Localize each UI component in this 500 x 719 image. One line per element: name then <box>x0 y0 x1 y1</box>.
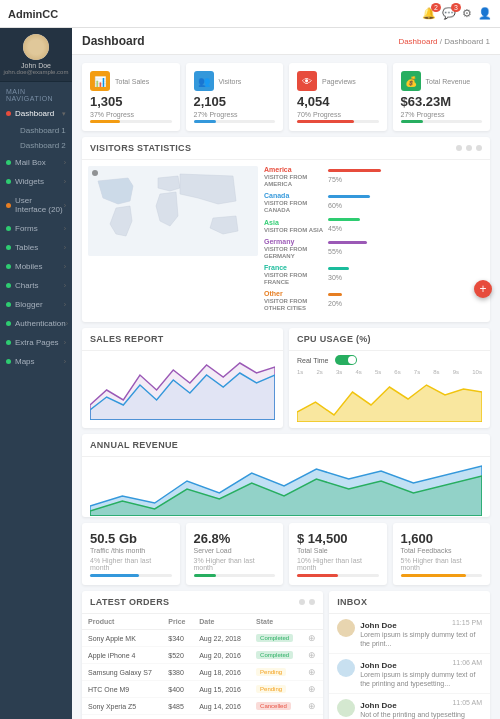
stat-card-pageviews: 👁 Pageviews 4,054 70% Progress <box>289 63 387 131</box>
stat-value-revenue: $63.23M <box>401 94 483 109</box>
user-icon[interactable]: 👤 <box>478 7 492 20</box>
page-title: Dashboard <box>82 34 145 48</box>
col-price: Price <box>162 614 193 630</box>
metric-value-server: 26.8% <box>194 531 276 546</box>
cell-state: Completed <box>250 630 302 647</box>
fab-button[interactable]: + <box>474 280 492 298</box>
stat-card-sales: 📊 Total Sales 1,305 37% Progress <box>82 63 180 131</box>
cell-product: Sony Apple MK <box>82 630 162 647</box>
table-row: Samsung Galaxy S7 $380 Aug 18, 2016 Pend… <box>82 664 323 681</box>
stat-icon-visitors: 👥 <box>194 71 214 91</box>
table-row: Sony Apple MK $340 Aug 22, 2018 Complete… <box>82 630 323 647</box>
sales-cpu-row: SALES REPORT CPU USAGE (%) <box>82 328 490 428</box>
sidebar-item-widgets[interactable]: Widgets › <box>0 172 72 191</box>
cell-icon[interactable]: ⊕ <box>302 698 323 715</box>
visitors-action-dot1[interactable] <box>456 145 462 151</box>
stat-icon-revenue: 💰 <box>401 71 421 91</box>
cpu-content: Real Time 1s2s3s4s5s6s7s8s9s10s <box>289 351 490 428</box>
cell-price: $400 <box>162 681 193 698</box>
cell-state: Pending <box>250 715 302 720</box>
sidebar-item-dashboard1[interactable]: Dashboard 1 <box>14 123 72 138</box>
visitor-row-canada: CanadaVISITOR FROM CANADA 60% <box>264 192 484 213</box>
inbox-time: 11:15 PM <box>452 619 482 626</box>
chat-icon[interactable]: 💬3 <box>442 7 456 20</box>
main-layout: John Doe john.doe@example.com MAIN NAVIG… <box>0 28 500 719</box>
bell-icon[interactable]: 🔔2 <box>422 7 436 20</box>
cell-product: Samsung Galaxy S7 <box>82 664 162 681</box>
visitor-row-other: OtherVISITOR FROM OTHER CITIES 20% <box>264 290 484 311</box>
revenue-section: ANNUAL REVENUE <box>82 434 490 517</box>
sidebar-item-auth[interactable]: Authentication › <box>0 314 72 333</box>
main-content: Dashboard Dashboard / Dashboard 1 📊 Tota… <box>72 28 500 719</box>
sidebar-item-maps[interactable]: Maps › <box>0 352 72 371</box>
world-map <box>88 166 258 256</box>
topbar: AdminCC 🔔2 💬3 ⚙ 👤 <box>0 0 500 28</box>
sidebar-item-dashboard2[interactable]: Dashboard 2 <box>14 138 72 153</box>
col-action <box>302 614 323 630</box>
inbox-time: 11:06 AM <box>452 659 482 666</box>
sidebar-item-mailbox[interactable]: Mail Box › <box>0 153 72 172</box>
cell-date: Aug 14, 2016 <box>193 698 250 715</box>
sidebar-item-forms[interactable]: Forms › <box>0 219 72 238</box>
cell-price: $340 <box>162 630 193 647</box>
cell-icon[interactable]: ⊕ <box>302 715 323 720</box>
visitor-row-asia: AsiaVISITOR FROM ASIA 45% <box>264 218 484 233</box>
cell-price: $520 <box>162 647 193 664</box>
visitors-action-dot2[interactable] <box>466 145 472 151</box>
table-row: HTC One M9 $400 Aug 15, 2016 Pending ⊕ <box>82 681 323 698</box>
sidebar-item-dashboard[interactable]: Dashboard ▾ <box>0 104 72 123</box>
metric-value-traffic: 50.5 Gb <box>90 531 172 546</box>
cell-state: Completed <box>250 647 302 664</box>
metric-feedback: 1,600 Total Feedbacks 5% Higher than las… <box>393 523 491 585</box>
metric-server: 26.8% Server Load 3% Higher than last mo… <box>186 523 284 585</box>
sidebar-item-mobiles[interactable]: Mobiles › <box>0 257 72 276</box>
cpu-labels: 1s2s3s4s5s6s7s8s9s10s <box>297 369 482 375</box>
stat-value-pageviews: 4,054 <box>297 94 379 109</box>
col-product: Product <box>82 614 162 630</box>
cell-product: Sony Xperia Z5 <box>82 698 162 715</box>
orders-title: LATEST ORDERS <box>90 597 169 607</box>
sidebar-item-blogger[interactable]: Blogger › <box>0 295 72 314</box>
inbox-avatar <box>337 699 355 717</box>
sidebar-item-tables[interactable]: Tables › <box>0 238 72 257</box>
cell-product: Samsung Galaxy S9 <box>82 715 162 720</box>
cell-price: $380 <box>162 664 193 681</box>
orders-table: Product Price Date State Sony Apple MK $… <box>82 614 323 719</box>
metric-value-sale: $ 14,500 <box>297 531 379 546</box>
sidebar-item-ui[interactable]: User Interface (20) › <box>0 191 72 219</box>
sidebar-username: John Doe <box>21 62 51 69</box>
visitor-row-america: AmericaVISITOR FROM AMERICA 75% <box>264 166 484 187</box>
sidebar-item-extra[interactable]: Extra Pages › <box>0 333 72 352</box>
cell-product: Apple iPhone 4 <box>82 647 162 664</box>
stat-progress-label-sales: 37% Progress <box>90 111 172 118</box>
cell-price: $360 <box>162 715 193 720</box>
revenue-chart <box>82 457 490 517</box>
bell-badge: 2 <box>431 3 441 12</box>
stat-progress-label-visitors: 27% Progress <box>194 111 276 118</box>
sidebar: John Doe john.doe@example.com MAIN NAVIG… <box>0 28 72 719</box>
cell-icon[interactable]: ⊕ <box>302 681 323 698</box>
sales-section: SALES REPORT <box>82 328 283 428</box>
cell-icon[interactable]: ⊕ <box>302 630 323 647</box>
cell-date: Aug 20, 2016 <box>193 647 250 664</box>
cell-product: HTC One M9 <box>82 681 162 698</box>
sidebar-item-charts[interactable]: Charts › <box>0 276 72 295</box>
cpu-toggle[interactable] <box>335 355 357 365</box>
visitors-action-dot3[interactable] <box>476 145 482 151</box>
metric-sale: $ 14,500 Total Sale 10% Higher than last… <box>289 523 387 585</box>
stat-progress-label-pageviews: 70% Progress <box>297 111 379 118</box>
inbox-name: John Doe <box>360 621 396 630</box>
settings-icon[interactable]: ⚙ <box>462 7 472 20</box>
cell-icon[interactable]: ⊕ <box>302 664 323 681</box>
app-title: AdminCC <box>8 8 58 20</box>
inbox-time: 11:05 AM <box>452 699 482 706</box>
table-row: Sony Xperia Z5 $485 Aug 14, 2016 Cancell… <box>82 698 323 715</box>
visitors-title: VISITORS STATISTICS <box>90 143 191 153</box>
inbox-list: John Doe11:15 PM Lorem ipsum is simply d… <box>329 614 490 719</box>
cell-icon[interactable]: ⊕ <box>302 647 323 664</box>
inbox-item: John Doe11:05 AM Not of the printing and… <box>329 694 490 719</box>
stat-card-visitors: 👥 Visitors 2,105 27% Progress <box>186 63 284 131</box>
orders-dot2[interactable] <box>309 599 315 605</box>
visitors-actions <box>456 145 482 151</box>
orders-dot1[interactable] <box>299 599 305 605</box>
